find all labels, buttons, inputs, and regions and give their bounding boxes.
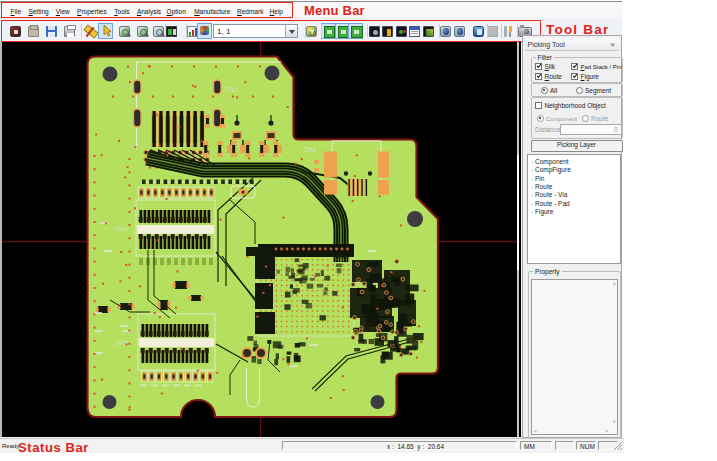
svg-text:CN2: CN2	[303, 146, 317, 154]
svg-text:U104: U104	[114, 226, 128, 233]
svg-text:CN1: CN1	[225, 86, 239, 94]
